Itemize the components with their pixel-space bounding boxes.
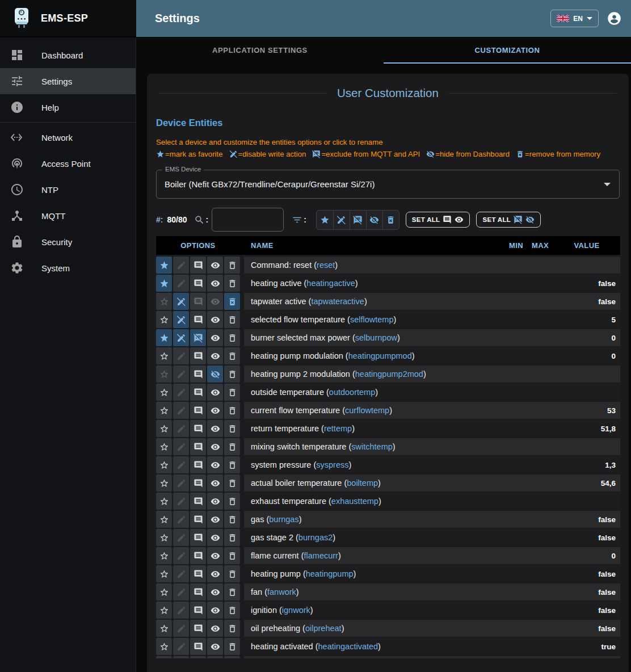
mqtt-toggle[interactable]	[190, 420, 206, 437]
entity-shortname-link[interactable]: selflowtemp	[350, 315, 394, 324]
memory-toggle[interactable]	[224, 329, 240, 346]
entity-name[interactable]: Command: reset (reset)	[251, 261, 502, 270]
memory-toggle[interactable]	[224, 384, 240, 401]
set-all-hide-button[interactable]: SET ALL	[476, 212, 541, 228]
entity-shortname-link[interactable]: flamecurr	[304, 551, 338, 560]
entity-name[interactable]: return temperature (rettemp)	[251, 424, 502, 433]
sidebar-item-ntp[interactable]: NTP	[0, 177, 136, 203]
memory-toggle[interactable]	[224, 474, 240, 492]
sidebar-item-network[interactable]: Network	[0, 124, 136, 150]
write-toggle[interactable]	[173, 384, 189, 401]
entity-name[interactable]: heating pump (heatingpump)	[251, 569, 502, 578]
tab-application-settings[interactable]: APPLICATION SETTINGS	[136, 37, 384, 64]
memory-toggle[interactable]	[224, 602, 240, 619]
favorite-toggle[interactable]	[156, 275, 172, 292]
entity-name[interactable]: burner selected max power (selburnpow)	[251, 333, 502, 342]
entity-shortname-link[interactable]: tapwateractive	[311, 297, 364, 306]
account-icon[interactable]	[607, 11, 622, 26]
visibility-toggle[interactable]	[207, 384, 223, 401]
entity-shortname-link[interactable]: rettemp	[324, 424, 352, 433]
memory-toggle[interactable]	[224, 565, 240, 582]
favorite-toggle[interactable]	[156, 493, 172, 510]
memory-toggle[interactable]	[224, 547, 240, 564]
entity-shortname-link[interactable]: heatingpumpmod	[348, 351, 412, 360]
mqtt-toggle[interactable]	[190, 456, 206, 473]
favorite-toggle[interactable]	[156, 329, 172, 346]
sidebar-item-settings[interactable]: Settings	[0, 68, 136, 94]
entity-shortname-link[interactable]: fanwork	[267, 587, 296, 597]
entity-shortname-link[interactable]: heatingpump	[306, 569, 354, 578]
mqtt-toggle[interactable]	[190, 565, 206, 582]
entity-shortname-link[interactable]: syspress	[316, 460, 348, 469]
entity-name[interactable]: exhaust temperature (exhausttemp)	[251, 497, 502, 506]
mqtt-toggle[interactable]	[190, 583, 206, 600]
sidebar-item-security[interactable]: Security	[0, 229, 136, 255]
entity-shortname-link[interactable]: ignwork	[282, 606, 310, 615]
visibility-toggle[interactable]	[207, 529, 223, 546]
memory-toggle[interactable]	[224, 456, 240, 473]
entity-name[interactable]: flame current (flamecurr)	[251, 551, 502, 560]
memory-toggle[interactable]	[224, 638, 240, 655]
visibility-toggle[interactable]	[207, 638, 223, 655]
sidebar-item-help[interactable]: Help	[0, 94, 136, 120]
favorite-toggle[interactable]	[156, 474, 172, 492]
entity-shortname-link[interactable]: burngas2	[298, 533, 333, 542]
entity-name[interactable]: fan (fanwork)	[251, 587, 502, 597]
write-toggle[interactable]	[173, 257, 189, 274]
favorite-toggle[interactable]	[156, 293, 172, 310]
visibility-toggle[interactable]	[207, 511, 223, 528]
memory-toggle[interactable]	[224, 257, 240, 274]
mqtt-toggle[interactable]	[190, 529, 206, 546]
memory-toggle[interactable]	[224, 583, 240, 600]
visibility-toggle[interactable]	[207, 474, 223, 492]
visibility-toggle[interactable]	[207, 329, 223, 346]
entity-name[interactable]: outside temperature (outdoortemp)	[251, 388, 502, 397]
entity-name[interactable]: heating pump 2 modulation (heatingpump2m…	[251, 369, 502, 379]
favorite-toggle[interactable]	[156, 656, 172, 658]
memory-toggle[interactable]	[224, 511, 240, 528]
favorite-filter-button[interactable]	[317, 211, 333, 229]
write-toggle[interactable]	[173, 275, 189, 292]
entity-name[interactable]: selected flow temperature (selflowtemp)	[251, 315, 502, 324]
visibility-toggle[interactable]	[207, 456, 223, 473]
search-input[interactable]	[212, 208, 284, 232]
visibility-toggle[interactable]	[207, 402, 223, 419]
sidebar-item-access-point[interactable]: Access Point	[0, 150, 136, 177]
memory-toggle[interactable]	[224, 438, 240, 455]
favorite-toggle[interactable]	[156, 366, 172, 383]
favorite-toggle[interactable]	[156, 420, 172, 437]
write-toggle[interactable]	[173, 329, 189, 346]
visibility-toggle[interactable]	[207, 620, 223, 637]
mqtt-toggle[interactable]	[190, 547, 206, 564]
entity-name[interactable]: heating active (heatingactive)	[251, 279, 502, 288]
mqtt-toggle[interactable]	[190, 402, 206, 419]
write-toggle[interactable]	[173, 402, 189, 419]
write-toggle[interactable]	[173, 656, 189, 658]
visibility-toggle[interactable]	[207, 293, 223, 310]
mqtt-toggle[interactable]	[190, 293, 206, 310]
favorite-toggle[interactable]	[156, 583, 172, 600]
mqtt-toggle[interactable]	[190, 275, 206, 292]
write-toggle[interactable]	[173, 474, 189, 492]
visibility-toggle[interactable]	[207, 493, 223, 510]
entity-shortname-link[interactable]: burngas	[269, 515, 298, 524]
entity-name[interactable]: heating activated (heatingactivated)	[251, 642, 502, 651]
entity-shortname-link[interactable]: heatingpump2mod	[355, 369, 423, 379]
entity-shortname-link[interactable]: outdoortemp	[329, 388, 375, 397]
sidebar-item-system[interactable]: System	[0, 255, 136, 281]
memory-toggle[interactable]	[224, 293, 240, 310]
write-filter-button[interactable]	[333, 211, 350, 229]
memory-filter-button[interactable]	[382, 211, 399, 229]
write-toggle[interactable]	[173, 456, 189, 473]
mqtt-toggle[interactable]	[190, 329, 206, 346]
visibility-toggle[interactable]	[207, 565, 223, 582]
write-toggle[interactable]	[173, 583, 189, 600]
entity-name[interactable]: oil preheating (oilpreheat)	[251, 624, 502, 633]
visibility-toggle[interactable]	[207, 347, 223, 364]
entity-name[interactable]: gas (burngas)	[251, 515, 502, 524]
entity-shortname-link[interactable]: heatingactivated	[318, 642, 378, 651]
visibility-toggle[interactable]	[207, 257, 223, 274]
mqtt-toggle[interactable]	[190, 493, 206, 510]
set-all-show-button[interactable]: SET ALL	[406, 212, 470, 228]
language-selector[interactable]: EN	[550, 10, 599, 27]
